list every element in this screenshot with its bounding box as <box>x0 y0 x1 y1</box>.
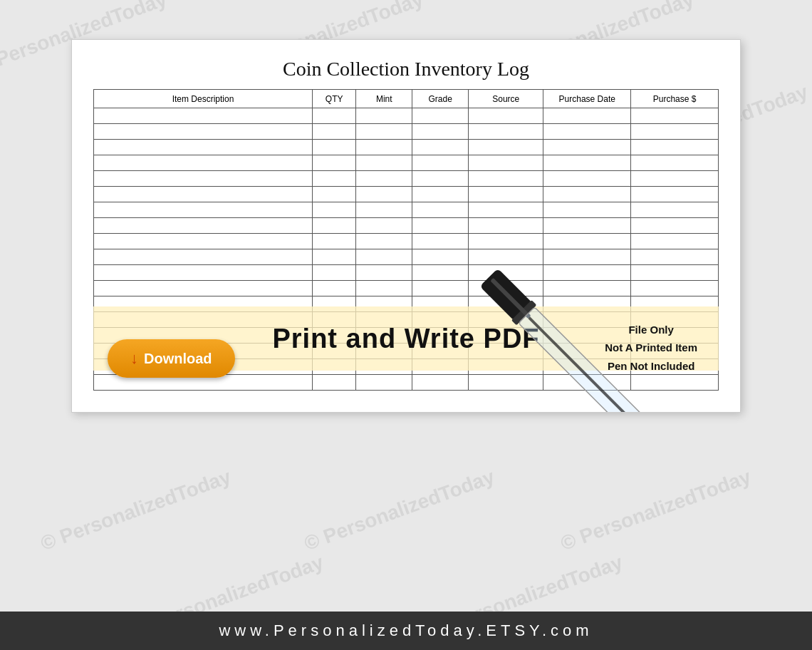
watermark-text: © PersonalizedToday <box>558 465 754 555</box>
table-cell <box>412 265 469 281</box>
table-cell <box>543 187 631 202</box>
table-cell <box>631 249 719 265</box>
table-cell <box>312 281 355 296</box>
table-cell <box>94 202 313 218</box>
table-cell <box>356 249 412 265</box>
table-cell <box>543 155 631 171</box>
table-cell <box>543 108 631 124</box>
table-row <box>94 155 719 171</box>
table-cell <box>356 375 412 391</box>
download-label: Download <box>144 351 212 367</box>
table-header-row: Item Description QTY Mint Grade Source P… <box>94 90 719 108</box>
table-row <box>94 171 719 187</box>
table-cell <box>543 234 631 249</box>
table-cell <box>356 124 412 140</box>
file-info: File Only Not A Printed Item Pen Not Inc… <box>605 321 697 376</box>
file-info-line1: File Only <box>605 321 697 339</box>
table-cell <box>631 281 719 296</box>
table-row <box>94 265 719 281</box>
table-wrapper: Item Description QTY Mint Grade Source P… <box>93 89 719 391</box>
table-cell <box>94 108 313 124</box>
table-cell <box>469 171 543 187</box>
table-cell <box>356 140 412 155</box>
table-cell <box>356 187 412 202</box>
table-cell <box>469 249 543 265</box>
table-cell <box>631 108 719 124</box>
table-cell <box>312 249 355 265</box>
col-header-grade: Grade <box>412 90 469 108</box>
table-cell <box>543 249 631 265</box>
col-header-qty: QTY <box>312 90 355 108</box>
table-row <box>94 234 719 249</box>
col-header-source: Source <box>469 90 543 108</box>
table-cell <box>312 171 355 187</box>
table-cell <box>412 171 469 187</box>
table-cell <box>543 202 631 218</box>
table-cell <box>312 202 355 218</box>
table-cell <box>356 171 412 187</box>
table-cell <box>543 171 631 187</box>
table-cell <box>356 155 412 171</box>
table-cell <box>356 218 412 234</box>
table-cell <box>469 281 543 296</box>
footer-url-text: www.PersonalizedToday.ETSY.com <box>219 621 593 639</box>
table-cell <box>631 265 719 281</box>
table-cell <box>469 124 543 140</box>
table-cell <box>543 140 631 155</box>
table-cell <box>94 234 313 249</box>
table-cell <box>94 265 313 281</box>
footer-url-bar: www.PersonalizedToday.ETSY.com <box>0 612 812 650</box>
table-cell <box>631 140 719 155</box>
table-cell <box>312 234 355 249</box>
table-cell <box>412 375 469 391</box>
table-cell <box>631 155 719 171</box>
table-cell <box>631 124 719 140</box>
table-cell <box>469 265 543 281</box>
table-cell <box>312 140 355 155</box>
table-cell <box>94 249 313 265</box>
table-cell <box>469 140 543 155</box>
table-cell <box>543 124 631 140</box>
table-cell <box>631 375 719 391</box>
file-info-line3: Pen Not Included <box>605 357 697 376</box>
table-cell <box>631 218 719 234</box>
table-cell <box>94 187 313 202</box>
table-cell <box>312 187 355 202</box>
table-cell <box>312 265 355 281</box>
table-row <box>94 202 719 218</box>
table-cell <box>94 218 313 234</box>
table-cell <box>469 108 543 124</box>
table-cell <box>94 140 313 155</box>
table-cell <box>469 234 543 249</box>
file-info-line2: Not A Printed Item <box>605 339 697 357</box>
table-cell <box>631 202 719 218</box>
table-cell <box>412 281 469 296</box>
col-header-purchase-date: Purchase Date <box>543 90 631 108</box>
table-row <box>94 218 719 234</box>
table-cell <box>469 155 543 171</box>
table-cell <box>469 218 543 234</box>
table-cell <box>94 171 313 187</box>
table-cell <box>412 187 469 202</box>
download-button[interactable]: ↓ Download <box>108 339 235 378</box>
card-title: Coin Collection Inventory Log <box>93 58 719 81</box>
table-cell <box>312 155 355 171</box>
table-cell <box>543 218 631 234</box>
col-header-purchase-price: Purchase $ <box>631 90 719 108</box>
table-cell <box>469 187 543 202</box>
table-cell <box>312 218 355 234</box>
highlight-band-text: Print and Write PDF <box>272 324 539 354</box>
table-cell <box>412 108 469 124</box>
table-cell <box>631 187 719 202</box>
table-cell <box>412 155 469 171</box>
table-cell <box>543 265 631 281</box>
table-cell <box>356 202 412 218</box>
table-cell <box>469 375 543 391</box>
table-cell <box>631 171 719 187</box>
table-cell <box>412 140 469 155</box>
table-cell <box>412 202 469 218</box>
table-cell <box>356 108 412 124</box>
table-row <box>94 140 719 155</box>
table-cell <box>312 108 355 124</box>
table-row <box>94 249 719 265</box>
